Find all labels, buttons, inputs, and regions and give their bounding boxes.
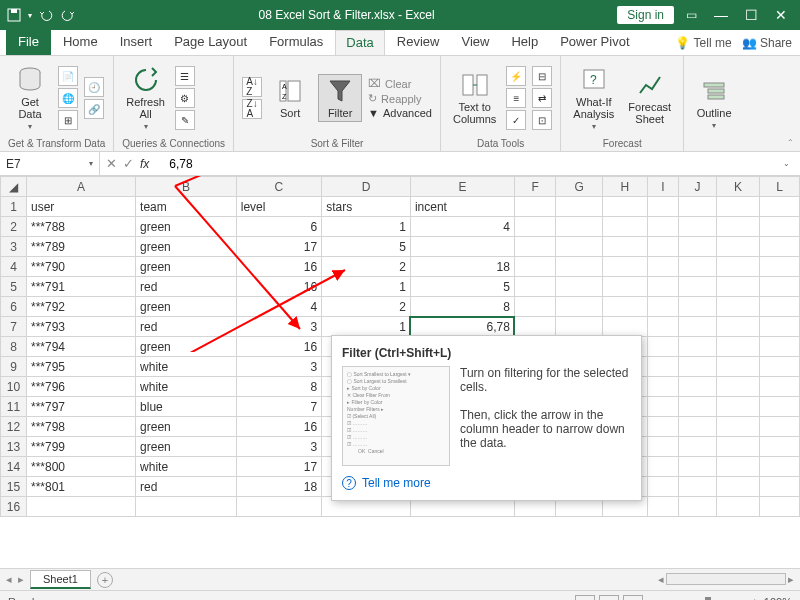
cell[interactable]	[717, 497, 760, 517]
cell[interactable]: 5	[410, 277, 514, 297]
ribbon-options-icon[interactable]: ▭	[678, 8, 704, 22]
sheet-tab[interactable]: Sheet1	[30, 570, 91, 589]
cell[interactable]: ***799	[27, 437, 136, 457]
new-sheet-button[interactable]: +	[97, 572, 113, 588]
share-button[interactable]: 👥 Share	[742, 36, 792, 50]
tab-data[interactable]: Data	[335, 30, 384, 55]
cell[interactable]	[678, 497, 716, 517]
recent-sources-icon[interactable]: 🕘	[84, 77, 104, 97]
tell-me-more-link[interactable]: ? Tell me more	[342, 476, 631, 490]
cell[interactable]	[678, 297, 716, 317]
cell[interactable]	[556, 237, 603, 257]
cell[interactable]	[647, 357, 678, 377]
row-header[interactable]: 2	[1, 217, 27, 237]
row-header[interactable]: 16	[1, 497, 27, 517]
cell[interactable]: green	[136, 417, 237, 437]
col-header[interactable]: E	[410, 177, 514, 197]
cell[interactable]: 8	[410, 297, 514, 317]
cell[interactable]: ***801	[27, 477, 136, 497]
namebox-dropdown-icon[interactable]: ▾	[89, 159, 93, 168]
tab-view[interactable]: View	[451, 30, 499, 55]
row-header[interactable]: 15	[1, 477, 27, 497]
cell[interactable]	[717, 457, 760, 477]
outline-button[interactable]: Outline ▾	[692, 75, 736, 132]
cell[interactable]: ***794	[27, 337, 136, 357]
cell[interactable]	[647, 457, 678, 477]
cell[interactable]	[647, 257, 678, 277]
close-button[interactable]: ✕	[768, 7, 794, 23]
advanced-filter-button[interactable]: ▼Advanced	[368, 107, 432, 119]
cell[interactable]	[514, 257, 555, 277]
forecast-sheet-button[interactable]: Forecast Sheet	[624, 69, 675, 127]
row-header[interactable]: 5	[1, 277, 27, 297]
cell[interactable]	[678, 197, 716, 217]
tab-page-layout[interactable]: Page Layout	[164, 30, 257, 55]
cell[interactable]	[647, 237, 678, 257]
relationships-icon[interactable]: ⇄	[532, 88, 552, 108]
cell[interactable]: blue	[136, 397, 237, 417]
cell[interactable]: 2	[322, 297, 411, 317]
cell[interactable]	[760, 397, 800, 417]
data-model-icon[interactable]: ⊡	[532, 110, 552, 130]
col-header[interactable]: C	[236, 177, 321, 197]
cell[interactable]: 3	[236, 437, 321, 457]
reapply-button[interactable]: ↻Reapply	[368, 92, 432, 105]
cell[interactable]	[602, 217, 647, 237]
cell[interactable]	[717, 217, 760, 237]
col-header[interactable]: K	[717, 177, 760, 197]
cell[interactable]	[717, 237, 760, 257]
cell[interactable]	[678, 357, 716, 377]
clear-filter-button[interactable]: ⌧Clear	[368, 77, 432, 90]
cell[interactable]: 1	[322, 277, 411, 297]
col-header[interactable]: H	[602, 177, 647, 197]
cell[interactable]	[760, 437, 800, 457]
minimize-button[interactable]: —	[708, 7, 734, 23]
cell[interactable]	[760, 297, 800, 317]
cell[interactable]: white	[136, 457, 237, 477]
col-header[interactable]: I	[647, 177, 678, 197]
cell[interactable]	[647, 197, 678, 217]
cell[interactable]: green	[136, 257, 237, 277]
row-header[interactable]: 3	[1, 237, 27, 257]
cell[interactable]: 3	[236, 357, 321, 377]
cell[interactable]: user	[27, 197, 136, 217]
cell[interactable]	[678, 377, 716, 397]
cell[interactable]	[678, 317, 716, 337]
cell[interactable]: ***798	[27, 417, 136, 437]
tab-nav-prev-icon[interactable]: ◂	[6, 573, 12, 586]
cell[interactable]	[556, 257, 603, 277]
cell[interactable]: 6,78	[410, 317, 514, 337]
cell[interactable]: 16	[236, 277, 321, 297]
redo-icon[interactable]	[60, 7, 76, 23]
cell[interactable]	[556, 277, 603, 297]
row-header[interactable]: 7	[1, 317, 27, 337]
cell[interactable]	[678, 257, 716, 277]
cell[interactable]: 4	[236, 297, 321, 317]
hscroll-bar[interactable]	[666, 573, 786, 585]
formula-input[interactable]	[155, 157, 777, 171]
from-table-icon[interactable]: ⊞	[58, 110, 78, 130]
cell[interactable]: ***789	[27, 237, 136, 257]
whatif-button[interactable]: ? What-If Analysis ▾	[569, 64, 618, 133]
tell-me-button[interactable]: 💡 Tell me	[675, 36, 731, 50]
zoom-percent[interactable]: 100%	[764, 596, 792, 601]
cell[interactable]	[717, 377, 760, 397]
cell[interactable]: ***795	[27, 357, 136, 377]
sign-in-button[interactable]: Sign in	[617, 6, 674, 24]
cell[interactable]: white	[136, 377, 237, 397]
maximize-button[interactable]: ☐	[738, 7, 764, 23]
row-header[interactable]: 6	[1, 297, 27, 317]
tab-home[interactable]: Home	[53, 30, 108, 55]
cell[interactable]: 16	[236, 337, 321, 357]
cell[interactable]	[678, 237, 716, 257]
tab-file[interactable]: File	[6, 30, 51, 55]
cell[interactable]	[717, 437, 760, 457]
qat-dropdown-icon[interactable]: ▾	[28, 11, 32, 20]
cell[interactable]	[647, 337, 678, 357]
cell[interactable]	[760, 337, 800, 357]
tab-power-pivot[interactable]: Power Pivot	[550, 30, 639, 55]
tab-nav-next-icon[interactable]: ▸	[18, 573, 24, 586]
cell[interactable]: 3	[236, 317, 321, 337]
cell[interactable]	[602, 197, 647, 217]
cell[interactable]	[717, 297, 760, 317]
